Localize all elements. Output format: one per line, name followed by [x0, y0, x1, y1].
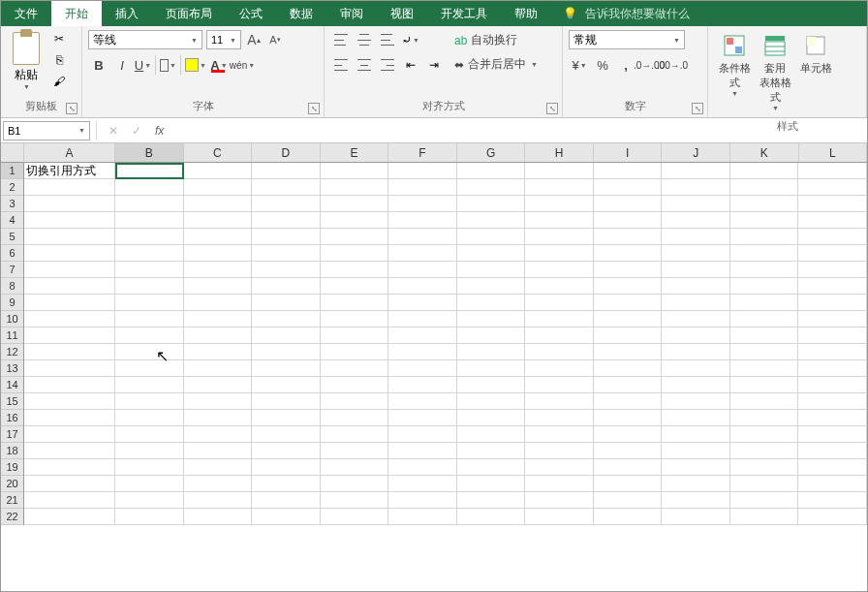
cell-G7[interactable] [457, 262, 526, 278]
cell-H7[interactable] [525, 262, 594, 278]
cell-D3[interactable] [252, 196, 321, 212]
cell-K5[interactable] [730, 229, 799, 245]
cell-A20[interactable] [24, 476, 115, 492]
cell-E21[interactable] [321, 492, 389, 509]
cell-D22[interactable] [252, 509, 321, 525]
number-format-select[interactable]: 常规▼ [569, 30, 685, 49]
cell-J3[interactable] [662, 196, 730, 212]
paste-button[interactable]: 粘贴 ▼ [7, 30, 46, 90]
cell-J11[interactable] [662, 327, 730, 344]
shrink-font-button[interactable]: A▾ [266, 30, 284, 49]
cell-A3[interactable] [24, 196, 115, 212]
cell-B16[interactable] [115, 410, 184, 426]
cell-A17[interactable] [24, 426, 115, 443]
cell-B8[interactable] [115, 278, 184, 295]
cell-A8[interactable] [24, 278, 115, 295]
cell-L20[interactable] [798, 476, 867, 492]
cell-E19[interactable] [321, 459, 389, 476]
cell-G8[interactable] [457, 278, 526, 295]
cell-E11[interactable] [321, 327, 389, 344]
cell-K17[interactable] [730, 426, 799, 443]
tab-review[interactable]: 审阅 [326, 1, 377, 26]
cell-I15[interactable] [594, 393, 663, 410]
tab-help[interactable]: 帮助 [501, 1, 551, 26]
cell-H21[interactable] [525, 492, 594, 509]
align-right-button[interactable] [377, 55, 398, 75]
cell-H4[interactable] [525, 212, 594, 229]
wrap-text-button[interactable]: ab自动换行 [450, 30, 542, 50]
cell-C14[interactable] [184, 377, 253, 393]
cell-D4[interactable] [252, 212, 321, 229]
cell-A13[interactable] [24, 360, 115, 377]
cell-A4[interactable] [24, 212, 115, 229]
cell-F20[interactable] [388, 476, 457, 492]
cell-D2[interactable] [252, 179, 321, 196]
row-header-7[interactable]: 7 [1, 262, 23, 278]
cell-H1[interactable] [525, 163, 594, 179]
cell-I17[interactable] [594, 426, 663, 443]
cell-F21[interactable] [388, 492, 457, 509]
cell-K19[interactable] [730, 459, 799, 476]
tab-layout[interactable]: 页面布局 [152, 1, 226, 26]
cell-A2[interactable] [24, 179, 115, 196]
cell-I14[interactable] [594, 377, 663, 393]
cell-J19[interactable] [662, 459, 730, 476]
cell-E16[interactable] [321, 410, 389, 426]
cell-J18[interactable] [662, 443, 730, 459]
cell-D12[interactable] [252, 344, 321, 360]
copy-button[interactable]: ⎘ [49, 51, 69, 69]
cell-D19[interactable] [252, 459, 321, 476]
cell-C9[interactable] [184, 295, 253, 311]
phonetic-button[interactable]: wén▼ [232, 55, 253, 75]
cell-E22[interactable] [321, 509, 389, 525]
cell-E2[interactable] [321, 179, 389, 196]
cell-C2[interactable] [184, 179, 253, 196]
cell-I3[interactable] [594, 196, 663, 212]
row-header-12[interactable]: 12 [1, 344, 23, 360]
font-launcher[interactable]: ⤡ [308, 103, 320, 114]
cell-A18[interactable] [24, 443, 115, 459]
tell-me[interactable]: 💡 告诉我你想要做什么 [551, 1, 701, 26]
conditional-format-button[interactable]: 条件格式▼ [714, 30, 755, 99]
cell-K9[interactable] [730, 295, 799, 311]
cell-J9[interactable] [662, 295, 730, 311]
cell-G12[interactable] [457, 344, 526, 360]
cell-I11[interactable] [594, 327, 663, 344]
cell-B14[interactable] [115, 377, 184, 393]
cell-H18[interactable] [525, 443, 594, 459]
align-bottom-button[interactable] [377, 30, 398, 49]
cell-L17[interactable] [798, 426, 867, 443]
cell-D16[interactable] [252, 410, 321, 426]
cell-J21[interactable] [662, 492, 730, 509]
cell-H9[interactable] [525, 295, 594, 311]
cell-A14[interactable] [24, 377, 115, 393]
cell-C5[interactable] [184, 229, 253, 245]
tab-view[interactable]: 视图 [377, 1, 427, 26]
cell-L1[interactable] [798, 163, 867, 179]
tab-data[interactable]: 数据 [276, 1, 326, 26]
row-header-15[interactable]: 15 [1, 393, 23, 410]
cell-H8[interactable] [525, 278, 594, 295]
cell-F2[interactable] [388, 179, 457, 196]
clipboard-launcher[interactable]: ⤡ [66, 103, 78, 114]
cell-D13[interactable] [252, 360, 321, 377]
cell-A7[interactable] [24, 262, 115, 278]
row-header-5[interactable]: 5 [1, 229, 23, 245]
cell-D8[interactable] [252, 278, 321, 295]
cell-B10[interactable] [115, 311, 184, 327]
cell-B11[interactable] [115, 327, 184, 344]
cell-B9[interactable] [115, 295, 184, 311]
cell-C18[interactable] [184, 443, 253, 459]
cell-I1[interactable] [594, 163, 663, 179]
cell-L5[interactable] [798, 229, 867, 245]
col-header-D[interactable]: D [252, 143, 321, 162]
cell-F3[interactable] [388, 196, 457, 212]
cell-I20[interactable] [594, 476, 663, 492]
cell-J12[interactable] [662, 344, 730, 360]
cell-E6[interactable] [321, 245, 389, 262]
orientation-button[interactable]: ⤾▼ [400, 30, 421, 49]
cell-I2[interactable] [594, 179, 663, 196]
cell-B12[interactable] [115, 344, 184, 360]
cell-D14[interactable] [252, 377, 321, 393]
cell-E1[interactable] [321, 163, 389, 179]
